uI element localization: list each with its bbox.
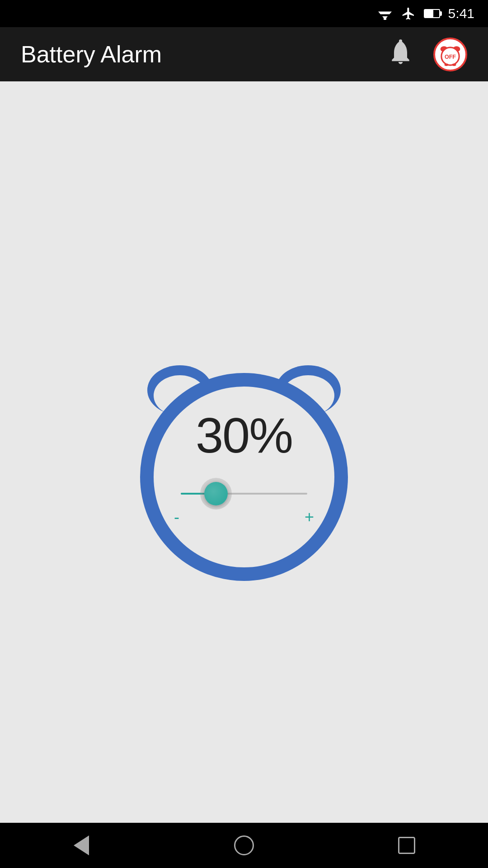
alarm-off-icon: OFF [435,38,465,71]
svg-rect-4 [399,39,402,42]
slider-section: - + [174,480,314,525]
main-content: 30% - + [0,81,488,823]
battery-status-icon [424,9,440,18]
app-bar: Battery Alarm OFF [0,27,488,81]
bell-button[interactable] [381,34,420,74]
recent-icon [398,837,415,854]
bell-icon [386,39,415,68]
alarm-toggle-button[interactable]: OFF [433,38,467,71]
back-button[interactable] [54,827,108,863]
home-icon [234,835,254,855]
status-bar: 5:41 [0,0,488,27]
bottom-nav [0,823,488,868]
back-icon [74,835,89,855]
slider-plus-label[interactable]: + [305,509,314,525]
app-bar-actions: OFF [381,34,467,74]
app-title: Battery Alarm [21,41,162,68]
status-icons: 5:41 [377,6,474,21]
clock-container: 30% - + [117,312,371,592]
slider-minus-label[interactable]: - [174,509,179,525]
airplane-icon [401,6,416,21]
alarm-off-circle: OFF [433,38,467,71]
slider-thumb[interactable] [204,482,228,505]
wifi-icon [377,7,393,20]
battery-percentage: 30% [196,406,292,464]
svg-point-9 [445,63,449,66]
slider-track [181,493,307,495]
recent-button[interactable] [380,827,434,863]
status-time: 5:41 [448,6,474,21]
slider-labels: - + [174,509,314,525]
svg-point-10 [452,63,456,66]
slider-track-container [181,480,307,507]
home-button[interactable] [217,827,271,863]
svg-text:OFF: OFF [445,53,456,60]
